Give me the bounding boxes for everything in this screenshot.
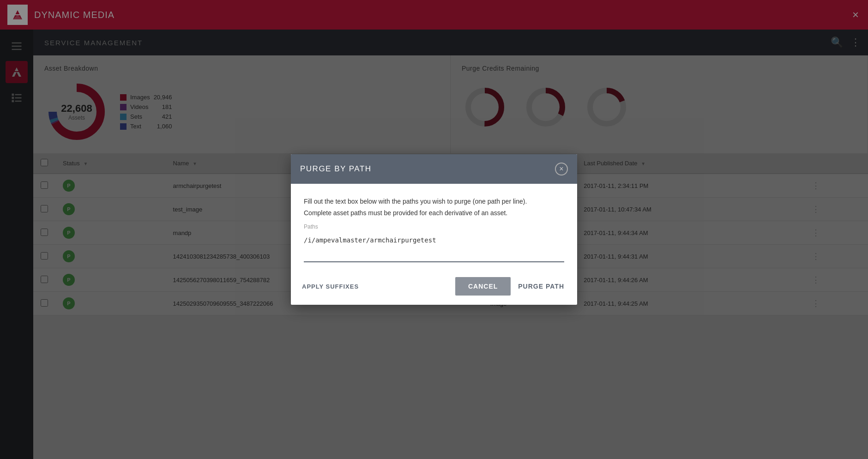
apply-suffixes-button[interactable]: APPLY SUFFIXES	[300, 279, 361, 294]
dialog-actions: CANCEL PURGE PATH	[455, 277, 568, 296]
cancel-button[interactable]: CANCEL	[455, 277, 511, 296]
dialog-close-button[interactable]: ×	[555, 163, 568, 175]
paths-textarea[interactable]: /i/ampevalmaster/armchairpurgetest	[304, 234, 564, 262]
dialog-body: Fill out the text box below with the pat…	[291, 184, 577, 272]
purge-path-button[interactable]: PURGE PATH	[514, 277, 568, 296]
purge-by-path-dialog: PURGE BY PATH × Fill out the text box be…	[291, 154, 577, 305]
dialog-desc-line2: Complete asset paths must be provided fo…	[304, 208, 564, 218]
dialog-header: PURGE BY PATH ×	[291, 154, 577, 184]
dialog-overlay: PURGE BY PATH × Fill out the text box be…	[0, 0, 868, 459]
dialog-title: PURGE BY PATH	[300, 164, 372, 174]
dialog-desc-line1: Fill out the text box below with the pat…	[304, 197, 564, 206]
dialog-footer: APPLY SUFFIXES CANCEL PURGE PATH	[291, 272, 577, 305]
dialog-paths-label: Paths	[304, 223, 564, 230]
